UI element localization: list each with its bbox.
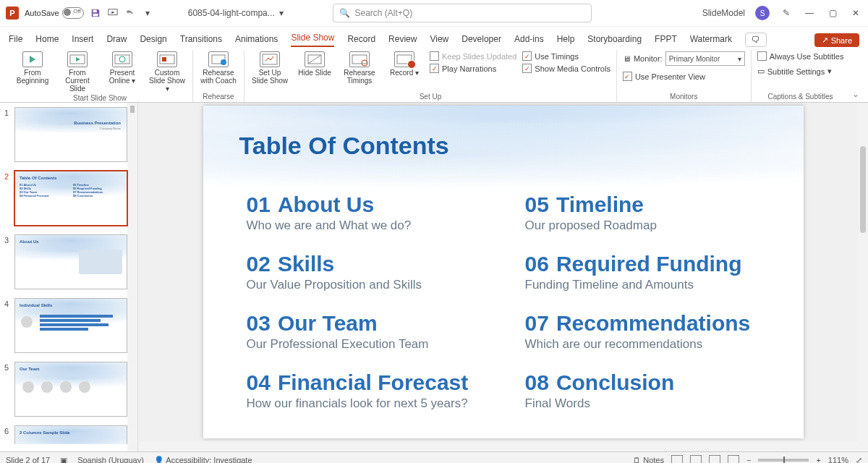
toc-item[interactable]: 03Our TeamOur Professional Execution Tea… — [247, 311, 496, 352]
tab-record[interactable]: Record — [347, 31, 375, 47]
use-presenter-view-checkbox[interactable]: ✓Use Presenter View — [623, 72, 745, 81]
zoom-slider[interactable] — [758, 459, 809, 462]
search-input[interactable]: 🔍 Search (Alt+Q) — [333, 4, 592, 22]
tab-animations[interactable]: Animations — [235, 31, 278, 47]
custom-slide-show-button[interactable]: Custom Slide Show ▾ — [148, 50, 187, 93]
autosave-label: AutoSave — [25, 9, 59, 17]
slide-editor[interactable]: Table Of Contents 01About UsWho we are a… — [138, 103, 868, 451]
editor-horizontal-scrollbar[interactable] — [138, 441, 858, 451]
document-title[interactable]: 6085-04-light-compa... ▾ — [188, 8, 284, 18]
toc-item[interactable]: 04Financial ForecastHow our financials l… — [247, 370, 496, 411]
tab-addins[interactable]: Add-ins — [514, 31, 544, 47]
toc-item[interactable]: 06Required FundingFunding Timeline and A… — [525, 252, 775, 292]
tab-review[interactable]: Review — [388, 31, 417, 47]
fit-to-window-icon[interactable]: ⤢ — [856, 456, 862, 464]
toc-item[interactable]: 08ConclusionFinal Words — [525, 370, 775, 411]
always-use-subtitles-checkbox[interactable]: Always Use Subtitles — [757, 51, 844, 61]
present-icon[interactable] — [107, 7, 119, 19]
powerpoint-icon: P — [6, 7, 19, 20]
thumbnails-scrollbar[interactable] — [127, 103, 137, 451]
thumb-number: 2 — [4, 171, 12, 181]
monitor-select[interactable]: Primary Monitor▾ — [665, 51, 745, 66]
undo-icon[interactable] — [124, 7, 136, 19]
rehearse-timings-button[interactable]: Rehearse Timings — [340, 50, 379, 85]
slide-canvas[interactable]: Table Of Contents 01About UsWho we are a… — [203, 106, 804, 438]
zoom-out-button[interactable]: − — [746, 456, 751, 463]
group-label: Set Up — [420, 91, 442, 102]
language-status[interactable]: Spanish (Uruguay) — [77, 456, 144, 463]
tab-view[interactable]: View — [430, 31, 448, 47]
collapse-ribbon-icon[interactable]: ⌄ — [852, 89, 859, 99]
from-beginning-button[interactable]: From Beginning — [13, 50, 52, 85]
toc-item[interactable]: 07RecommendationsWhich are our recommend… — [525, 311, 775, 352]
set-up-slide-show-button[interactable]: Set Up Slide Show — [250, 50, 289, 85]
reading-view-icon[interactable] — [709, 455, 720, 463]
show-media-controls-checkbox[interactable]: ✓Show Media Controls — [522, 64, 610, 73]
comments-button[interactable]: 🗨 — [745, 33, 767, 47]
tab-insert[interactable]: Insert — [72, 31, 93, 47]
tab-developer[interactable]: Developer — [461, 31, 501, 47]
map-icon — [79, 250, 122, 274]
slide-thumbnail[interactable]: Table Of Contents 01 About Us02 Skills03… — [14, 171, 127, 226]
keep-slides-updated-checkbox[interactable]: Keep Slides Updated — [430, 51, 516, 61]
thumbnail-row[interactable]: 3 About Us — [0, 230, 137, 294]
slide-sorter-view-icon[interactable] — [690, 455, 702, 463]
svg-rect-1 — [93, 14, 98, 17]
from-current-slide-button[interactable]: From Current Slide — [58, 50, 97, 93]
tab-home[interactable]: Home — [35, 31, 59, 47]
rehearse-with-coach-button[interactable]: Rehearse with Coach — [199, 50, 238, 85]
slide-thumbnail[interactable]: Individual Skills — [14, 298, 127, 353]
ink-icon[interactable]: ✎ — [780, 7, 793, 20]
thumbnail-row[interactable]: 4 Individual Skills — [0, 294, 137, 357]
toc-item[interactable]: 01About UsWho we are and What we do? — [247, 192, 496, 233]
thumbnail-row[interactable]: 1 Business Presentation Company Name — [0, 103, 137, 166]
share-button[interactable]: ↗ Share — [814, 33, 859, 47]
toc-item[interactable]: 02SkillsOur Value Proposition and Skills — [247, 252, 496, 292]
toc-item[interactable]: 05TimelineOur proposed Roadmap — [525, 192, 775, 233]
notes-button[interactable]: 🗒 Notes — [633, 456, 664, 463]
tab-file[interactable]: File — [9, 31, 22, 47]
group-set-up: Set Up Slide Show Hide Slide Rehearse Ti… — [244, 50, 617, 102]
maximize-icon[interactable]: ▢ — [826, 7, 839, 20]
subtitle-settings-button[interactable]: ▭Subtitle Settings ▾ — [757, 67, 844, 76]
zoom-in-button[interactable]: + — [816, 456, 820, 463]
account-avatar[interactable]: S — [755, 6, 770, 20]
group-label: Captions & Subtitles — [768, 91, 833, 102]
tab-draw[interactable]: Draw — [106, 31, 127, 47]
thumbnail-row[interactable]: 6 2 Columns Sample Slide — [0, 421, 137, 444]
slideshow-view-icon[interactable] — [728, 455, 739, 463]
present-online-button[interactable]: Present Online ▾ — [103, 50, 142, 85]
tab-slide-show[interactable]: Slide Show — [291, 30, 334, 47]
toggle-icon[interactable]: Off — [62, 7, 84, 19]
slide-thumbnail[interactable]: Our Team — [14, 362, 127, 417]
slide-thumbnail[interactable]: About Us — [14, 234, 127, 289]
slide-thumbnail[interactable]: Business Presentation Company Name — [14, 107, 127, 162]
minimize-icon[interactable]: — — [803, 7, 816, 20]
thumbnail-row[interactable]: 5 Our Team — [0, 357, 137, 421]
qat-more-icon[interactable]: ▾ — [142, 7, 153, 19]
record-button[interactable]: Record ▾ — [385, 50, 424, 77]
normal-view-icon[interactable] — [671, 455, 683, 463]
slide-thumbnail[interactable]: 2 Columns Sample Slide — [14, 425, 127, 444]
zoom-level[interactable]: 111% — [828, 456, 848, 463]
tab-transitions[interactable]: Transitions — [180, 31, 222, 47]
slide-position[interactable]: Slide 2 of 17 — [6, 456, 50, 463]
hide-slide-button[interactable]: Hide Slide — [295, 50, 334, 77]
account-name[interactable]: SlideModel — [702, 8, 745, 18]
use-timings-checkbox[interactable]: ✓Use Timings — [522, 51, 610, 61]
tab-storyboarding[interactable]: Storyboarding — [587, 31, 642, 47]
autosave-toggle[interactable]: AutoSave Off — [25, 7, 84, 19]
accessibility-status[interactable]: 👤 Accessibility: Investigate — [154, 456, 252, 464]
tab-fppt[interactable]: FPPT — [655, 31, 677, 47]
tab-watermark[interactable]: Watermark — [690, 31, 732, 47]
play-narrations-checkbox[interactable]: ✓Play Narrations — [430, 64, 516, 73]
tab-help[interactable]: Help — [557, 31, 575, 47]
save-icon[interactable] — [90, 7, 101, 19]
slide-title[interactable]: Table Of Contents — [239, 132, 449, 160]
editor-vertical-scrollbar[interactable] — [858, 103, 868, 451]
thumbnail-row[interactable]: 2 Table Of Contents 01 About Us02 Skills… — [0, 166, 137, 230]
close-icon[interactable]: ✕ — [849, 7, 862, 20]
table-of-contents[interactable]: 01About UsWho we are and What we do? 05T… — [247, 192, 775, 424]
tab-design[interactable]: Design — [140, 31, 166, 47]
ribbon-tabs: File Home Insert Draw Design Transitions… — [0, 27, 868, 47]
